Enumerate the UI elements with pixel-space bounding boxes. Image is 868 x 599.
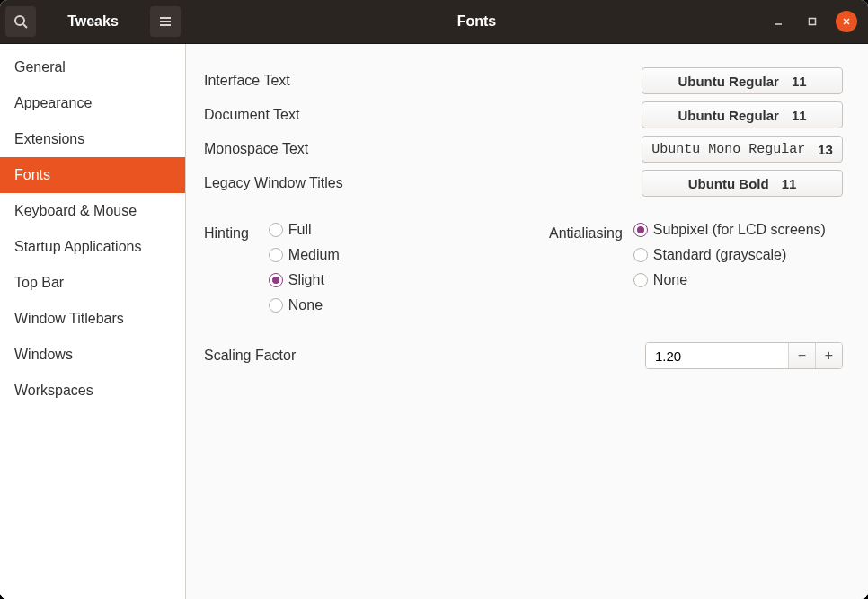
scaling-spinbutton: − + [645,342,843,369]
hinting-group: Hinting FullMediumSlightNone [204,222,527,313]
radio-label: Slight [288,272,324,288]
sidebar-item-keyboard-mouse[interactable]: Keyboard & Mouse [0,193,185,229]
radio-indicator [269,273,283,287]
font-size: 11 [782,176,797,191]
font-settings: Interface TextUbuntu Regular11Document T… [204,67,843,197]
window-body: GeneralAppearanceExtensionsFontsKeyboard… [0,43,868,599]
font-picker-button[interactable]: Ubuntu Bold11 [642,170,843,197]
font-row-label: Interface Text [204,73,290,89]
sidebar-item-workspaces[interactable]: Workspaces [0,373,185,409]
minimize-icon [774,17,783,26]
page-title: Fonts [186,13,767,30]
font-name: Ubuntu Regular [678,108,779,123]
app-window: Tweaks Fonts GeneralAppearanceExtensions… [0,0,868,599]
radio-indicator [269,248,283,262]
maximize-button[interactable] [802,11,823,32]
titlebar-left: Tweaks [0,0,186,43]
sidebar-item-fonts[interactable]: Fonts [0,157,185,193]
font-row: Monospace TextUbuntu Mono Regular13 [204,136,843,163]
font-row-label: Document Text [204,107,299,123]
radio-label: Medium [288,247,340,263]
font-row: Interface TextUbuntu Regular11 [204,67,843,94]
font-picker-button[interactable]: Ubuntu Regular11 [642,67,843,94]
radio-label: Full [288,222,312,238]
font-row-label: Monospace Text [204,141,308,157]
hinting-option[interactable]: Medium [269,247,340,263]
scaling-label: Scaling Factor [204,348,296,364]
titlebar: Tweaks Fonts [0,0,868,43]
antialiasing-option[interactable]: Subpixel (for LCD screens) [633,222,826,238]
window-controls [767,11,868,32]
radio-label: None [288,297,323,313]
font-name: Ubuntu Mono Regular [651,142,805,157]
radio-indicator [269,298,283,313]
font-name: Ubuntu Regular [678,74,779,89]
radio-indicator [633,223,648,237]
app-title: Tweaks [41,13,145,30]
sidebar-item-general[interactable]: General [0,49,185,85]
font-size: 11 [792,74,807,89]
antialiasing-option[interactable]: None [633,272,826,288]
sidebar-item-window-titlebars[interactable]: Window Titlebars [0,301,185,337]
svg-rect-6 [810,19,816,25]
search-button[interactable] [5,6,36,37]
minimize-button[interactable] [767,11,789,32]
antialiasing-options: Subpixel (for LCD screens)Standard (gray… [633,222,826,313]
font-name: Ubuntu Bold [688,176,769,191]
antialiasing-group: Antialiasing Subpixel (for LCD screens)S… [549,222,843,313]
scaling-decrement[interactable]: − [788,343,815,368]
hinting-options: FullMediumSlightNone [269,222,340,313]
font-row: Legacy Window TitlesUbuntu Bold11 [204,170,843,197]
close-icon [842,17,851,26]
scaling-increment[interactable]: + [815,343,842,368]
close-button[interactable] [836,11,857,32]
radio-label: Standard (grayscale) [653,247,787,263]
font-picker-button[interactable]: Ubuntu Mono Regular13 [642,136,843,163]
svg-point-0 [15,16,24,25]
radio-indicator [633,273,648,287]
sidebar-item-extensions[interactable]: Extensions [0,121,185,157]
font-size: 13 [818,142,833,157]
hinting-option[interactable]: Full [269,222,340,238]
font-size: 11 [792,108,807,123]
hinting-option[interactable]: Slight [269,272,340,288]
font-row: Document TextUbuntu Regular11 [204,101,843,128]
hinting-option[interactable]: None [269,297,340,313]
radio-label: Subpixel (for LCD screens) [653,222,826,238]
scaling-input[interactable] [646,343,788,368]
content-area: Interface TextUbuntu Regular11Document T… [186,44,868,599]
radio-indicator [269,223,283,237]
radio-label: None [653,272,687,288]
sidebar-item-windows[interactable]: Windows [0,337,185,373]
sidebar-item-appearance[interactable]: Appearance [0,85,185,121]
antialiasing-label: Antialiasing [549,222,623,313]
search-icon [13,14,28,29]
svg-line-1 [23,24,27,28]
hamburger-icon [158,14,173,29]
rendering-settings: Hinting FullMediumSlightNone Antialiasin… [204,222,843,313]
maximize-icon [808,17,817,26]
hinting-label: Hinting [204,222,249,313]
font-picker-button[interactable]: Ubuntu Regular11 [642,101,843,128]
sidebar-item-top-bar[interactable]: Top Bar [0,265,185,301]
sidebar: GeneralAppearanceExtensionsFontsKeyboard… [0,44,186,599]
scaling-row: Scaling Factor − + [204,342,843,369]
antialiasing-option[interactable]: Standard (grayscale) [633,247,826,263]
sidebar-item-startup-applications[interactable]: Startup Applications [0,229,185,265]
menu-button[interactable] [150,6,181,37]
radio-indicator [633,248,648,262]
font-row-label: Legacy Window Titles [204,175,343,191]
